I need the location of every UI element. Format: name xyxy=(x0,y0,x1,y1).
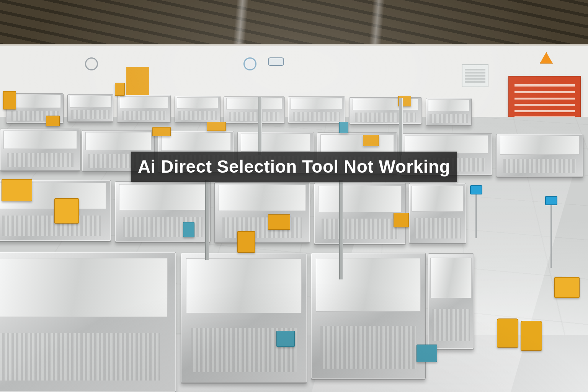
yellow-panel xyxy=(152,127,171,136)
machine xyxy=(426,98,472,126)
yellow-barrel xyxy=(497,318,518,348)
machine xyxy=(428,253,474,349)
machine xyxy=(224,96,285,123)
teal-unit xyxy=(416,345,437,362)
machine xyxy=(496,134,583,177)
machine xyxy=(0,129,80,171)
support-post xyxy=(399,98,403,155)
machine xyxy=(115,181,211,242)
info-pole xyxy=(475,188,477,238)
info-pole-plate-icon xyxy=(470,185,482,194)
machine xyxy=(314,183,406,244)
yellow-panel xyxy=(46,116,60,126)
support-post xyxy=(339,180,343,279)
machine xyxy=(67,94,113,122)
yellow-panel xyxy=(237,231,255,253)
teal-unit xyxy=(183,222,194,237)
teal-unit xyxy=(339,122,348,133)
support-post xyxy=(205,180,209,260)
machine xyxy=(175,96,220,122)
yellow-panel xyxy=(3,91,16,109)
yellow-panel xyxy=(207,122,226,131)
yellow-panel xyxy=(394,213,409,227)
machine xyxy=(214,182,310,243)
teal-unit xyxy=(276,331,295,347)
machine-large xyxy=(0,252,176,392)
factory-scene: Ai Direct Selection Tool Not Working xyxy=(0,0,588,392)
image-caption: Ai Direct Selection Tool Not Working xyxy=(131,152,457,182)
info-pole-plate-icon xyxy=(545,196,557,205)
machine xyxy=(117,95,171,122)
yellow-cart xyxy=(54,198,79,224)
machinery-field xyxy=(0,0,588,392)
machine xyxy=(409,183,466,243)
yellow-panel xyxy=(363,135,379,146)
support-post xyxy=(258,97,262,155)
machine xyxy=(288,96,345,123)
yellow-panel xyxy=(115,83,125,96)
yellow-cart xyxy=(2,179,32,201)
info-pole xyxy=(550,199,552,268)
yellow-barrel xyxy=(521,321,542,351)
yellow-panel xyxy=(268,214,290,230)
machine-large xyxy=(311,253,426,379)
machine-large xyxy=(181,253,307,383)
yellow-cart xyxy=(554,277,580,298)
